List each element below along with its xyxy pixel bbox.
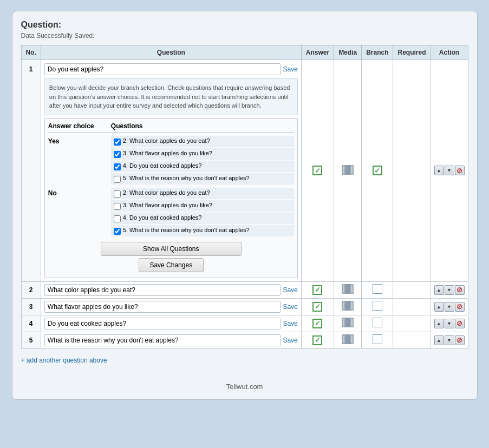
- branch-question-text: 4. Do you eat cooked apples?: [123, 162, 202, 169]
- save-question-link[interactable]: Save: [283, 286, 297, 294]
- branch-question-checkbox[interactable]: [114, 228, 121, 235]
- save-changes-button[interactable]: Save Changes: [139, 258, 204, 272]
- branch-question-item: 5. What is the reason why you don't eat …: [111, 225, 294, 236]
- branch-question-item: 3. What flavor apples do you like?: [111, 148, 294, 160]
- row-number: 4: [21, 315, 41, 332]
- branch-question-text: 2. What color apples do you eat?: [123, 189, 210, 196]
- delete-button[interactable]: ⊘: [455, 302, 465, 312]
- required-cell[interactable]: [393, 60, 431, 282]
- branch-question-checkbox[interactable]: [114, 176, 121, 183]
- media-cell[interactable]: [334, 315, 362, 332]
- branch-cell[interactable]: [362, 60, 393, 282]
- branch-question-text: 5. What is the reason why you don't eat …: [123, 175, 250, 181]
- questions-table: No. Question Answer Media Branch Require…: [21, 45, 468, 349]
- move-down-button[interactable]: ▼: [445, 285, 454, 295]
- questions-header: Questions: [111, 122, 143, 130]
- required-cell[interactable]: [393, 281, 431, 298]
- branch-question-checkbox[interactable]: [114, 151, 121, 158]
- answer-choice-label: No: [48, 188, 102, 238]
- action-icons: ▲▼⊘: [434, 302, 465, 312]
- delete-button[interactable]: ⊘: [455, 335, 465, 345]
- question-cell: Save: [41, 281, 301, 298]
- branch-cell[interactable]: [362, 281, 393, 298]
- branch-question-text: 2. What color apples do you eat?: [123, 137, 210, 144]
- col-header-action: Action: [431, 45, 468, 60]
- svg-rect-19: [345, 334, 350, 344]
- branch-cell[interactable]: [362, 298, 393, 315]
- move-up-button[interactable]: ▲: [434, 166, 444, 175]
- save-question-link[interactable]: Save: [283, 320, 297, 327]
- question-input[interactable]: [44, 63, 281, 75]
- action-cell: ▲▼⊘: [431, 315, 468, 332]
- question-input[interactable]: [44, 284, 281, 296]
- action-icons: ▲▼⊘: [434, 166, 465, 175]
- answer-choice-row: No2. What color apples do you eat?3. Wha…: [48, 188, 294, 238]
- col-header-answer: Answer: [301, 45, 334, 60]
- move-up-button[interactable]: ▲: [434, 285, 444, 295]
- move-up-button[interactable]: ▲: [434, 335, 444, 345]
- answer-cell[interactable]: [301, 281, 334, 298]
- branch-question-text: 4. Do you eat cooked apples?: [123, 214, 202, 221]
- branch-question-checkbox[interactable]: [114, 203, 121, 210]
- show-all-questions-button[interactable]: Show All Questions: [101, 242, 242, 256]
- move-down-button[interactable]: ▼: [445, 335, 454, 345]
- branch-question-text: 3. What flavor apples do you like?: [123, 202, 212, 208]
- branch-question-text: 5. What is the reason why you don't eat …: [123, 227, 250, 233]
- action-icons: ▲▼⊘: [434, 319, 465, 328]
- branch-question-checkbox[interactable]: [114, 215, 121, 222]
- svg-rect-13: [343, 319, 344, 326]
- save-question-link[interactable]: Save: [283, 303, 297, 311]
- action-icons: ▲▼⊘: [434, 285, 465, 295]
- add-question-link[interactable]: + add another question above: [21, 352, 107, 366]
- question-input[interactable]: [44, 318, 281, 330]
- save-question-link[interactable]: Save: [283, 337, 297, 344]
- question-input[interactable]: [44, 301, 281, 313]
- svg-rect-5: [343, 285, 344, 293]
- move-up-button[interactable]: ▲: [434, 302, 444, 312]
- branch-question-checkbox[interactable]: [114, 163, 121, 170]
- action-cell: ▲▼⊘: [431, 332, 468, 348]
- answer-choice-header: Answer choice: [48, 122, 102, 130]
- required-cell[interactable]: [393, 298, 431, 315]
- answer-cell[interactable]: [301, 298, 334, 315]
- move-up-button[interactable]: ▲: [434, 319, 444, 328]
- answer-cell[interactable]: [301, 60, 334, 282]
- question-input[interactable]: [44, 334, 281, 346]
- answer-cell[interactable]: [301, 332, 334, 348]
- svg-rect-11: [345, 301, 350, 311]
- col-header-branch: Branch: [362, 45, 393, 60]
- branch-question-list: 2. What color apples do you eat?3. What …: [111, 188, 294, 238]
- svg-rect-15: [345, 318, 350, 327]
- delete-button[interactable]: ⊘: [455, 285, 465, 295]
- media-cell[interactable]: [334, 60, 362, 282]
- col-header-media: Media: [334, 45, 362, 60]
- delete-button[interactable]: ⊘: [455, 319, 465, 328]
- branch-question-list: 2. What color apples do you eat?3. What …: [111, 136, 294, 186]
- move-down-button[interactable]: ▼: [445, 319, 454, 328]
- svg-rect-1: [343, 166, 344, 174]
- question-cell: Save: [41, 315, 301, 332]
- branch-cell[interactable]: [362, 315, 393, 332]
- branch-question-checkbox[interactable]: [114, 190, 121, 197]
- col-header-no: No.: [21, 45, 41, 60]
- answer-cell[interactable]: [301, 315, 334, 332]
- required-cell[interactable]: [393, 332, 431, 348]
- move-down-button[interactable]: ▼: [445, 166, 454, 175]
- svg-rect-14: [351, 319, 353, 326]
- action-cell: ▲▼⊘: [431, 281, 468, 298]
- media-cell[interactable]: [334, 298, 362, 315]
- save-question-link[interactable]: Save: [283, 65, 297, 73]
- move-down-button[interactable]: ▼: [445, 302, 454, 312]
- media-cell[interactable]: [334, 332, 362, 348]
- svg-rect-3: [345, 165, 350, 175]
- question-cell: Save: [41, 332, 301, 348]
- media-cell[interactable]: [334, 281, 362, 298]
- row-number: 1: [21, 60, 41, 282]
- required-cell[interactable]: [393, 315, 431, 332]
- table-row: 5Save ▲▼⊘: [21, 332, 468, 348]
- delete-button[interactable]: ⊘: [455, 166, 465, 175]
- branch-cell[interactable]: [362, 332, 393, 348]
- branch-question-checkbox[interactable]: [114, 139, 121, 146]
- question-cell: SaveBelow you will decide your branch se…: [41, 60, 301, 282]
- branch-question-item: 2. What color apples do you eat?: [111, 136, 294, 147]
